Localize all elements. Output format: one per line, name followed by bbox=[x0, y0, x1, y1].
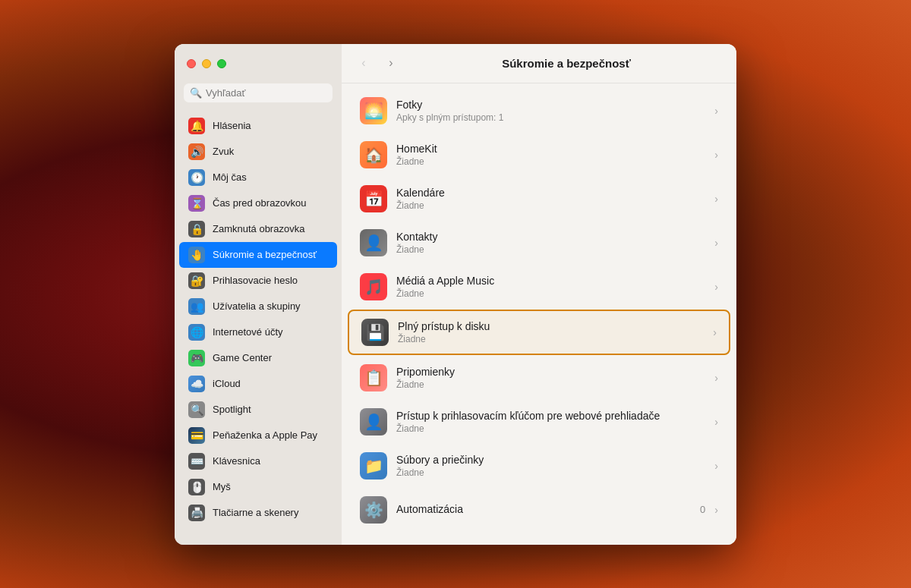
item-icon-kontakty: 👤 bbox=[360, 229, 387, 256]
item-icon-pripomienky: 📋 bbox=[360, 364, 387, 391]
item-title-pripomienky: Pripomienky bbox=[396, 366, 708, 378]
sidebar-icon-prihlasovacie-heslo: 🔐 bbox=[188, 272, 205, 289]
minimize-button[interactable] bbox=[202, 59, 211, 68]
forward-button[interactable]: › bbox=[381, 56, 401, 70]
sidebar-item-internetove-ucty[interactable]: 🌐 Internetové účty bbox=[179, 319, 337, 345]
sidebar-item-hlasenia[interactable]: 🔔 Hlásenia bbox=[179, 113, 337, 139]
sidebar-label-internetove-ucty: Internetové účty bbox=[213, 326, 283, 338]
sidebar-icon-moj-cas: 🕐 bbox=[188, 169, 205, 186]
sidebar-item-tlaciarny-skenery[interactable]: 🖨️ Tlačiarne a skenery bbox=[179, 500, 337, 526]
close-button[interactable] bbox=[187, 59, 196, 68]
item-icon-fotky: 🌅 bbox=[360, 97, 387, 124]
sidebar-label-game-center: Game Center bbox=[213, 352, 272, 363]
item-text-subory-priecinky: Súbory a priečinky Žiadne bbox=[396, 454, 708, 478]
sidebar-label-moj-cas: Môj čas bbox=[213, 171, 247, 183]
chevron-icon-automatizacia: › bbox=[714, 504, 718, 516]
sidebar-item-prihlasovacie-heslo[interactable]: 🔐 Prihlasovacie heslo bbox=[179, 268, 337, 294]
item-subtitle-homekit: Žiadne bbox=[396, 156, 708, 167]
sidebar-label-tlaciarny-skenery: Tlačiarne a skenery bbox=[213, 507, 298, 518]
sidebar-list: 🔔 Hlásenia 🔊 Zvuk 🕐 Môj čas ⌛ Čas pred o… bbox=[175, 110, 342, 545]
sidebar-item-cas-pred-obrazovkou[interactable]: ⌛ Čas pred obrazovkou bbox=[179, 190, 337, 216]
sidebar-icon-penazenka: 💳 bbox=[188, 427, 205, 444]
maximize-button[interactable] bbox=[217, 59, 226, 68]
item-subtitle-pripomienky: Žiadne bbox=[396, 379, 708, 390]
sidebar-item-mys[interactable]: 🖱️ Myš bbox=[179, 474, 337, 500]
chevron-icon-homekit: › bbox=[714, 149, 718, 161]
sidebar-label-icloud: iCloud bbox=[213, 378, 241, 389]
item-text-pripomienky: Pripomienky Žiadne bbox=[396, 366, 708, 390]
item-subtitle-media-music: Žiadne bbox=[396, 288, 708, 299]
item-text-fotky: Fotky Apky s plným prístupom: 1 bbox=[396, 99, 708, 123]
item-subtitle-kontakty: Žiadne bbox=[396, 244, 708, 255]
sidebar-label-klavesnica: Klávesnica bbox=[213, 455, 260, 467]
search-input[interactable] bbox=[206, 87, 326, 99]
sidebar-label-hlasenia: Hlásenia bbox=[213, 120, 251, 131]
item-subtitle-kalendare: Žiadne bbox=[396, 200, 708, 211]
sidebar-icon-zamknuta-obrazovka: 🔒 bbox=[188, 221, 205, 237]
sidebar-label-sukromie-bezpecnost: Súkromie a bezpečnosť bbox=[213, 249, 317, 260]
sidebar-label-zvuk: Zvuk bbox=[213, 146, 234, 157]
sidebar-icon-hlasenia: 🔔 bbox=[188, 118, 205, 134]
list-item-kalendare[interactable]: 📅 Kalendáre Žiadne › bbox=[348, 178, 730, 220]
main-titlebar: ‹ › Súkromie a bezpečnosť bbox=[342, 44, 736, 83]
item-title-pristup-hesla: Prístup k prihlasovacím kľúčom pre webov… bbox=[396, 410, 708, 422]
sidebar: 🔍 🔔 Hlásenia 🔊 Zvuk 🕐 Môj čas ⌛ Čas pred… bbox=[175, 44, 342, 545]
list-item-automatizacia[interactable]: ⚙️ Automatizácia 0 › bbox=[348, 489, 730, 531]
sidebar-icon-mys: 🖱️ bbox=[188, 479, 205, 495]
chevron-icon-plny-pristup: › bbox=[713, 326, 717, 338]
item-icon-pristup-hesla: 👤 bbox=[360, 408, 387, 435]
sidebar-item-pouzivatelia-skupiny[interactable]: 👥 Užívatelia a skupiny bbox=[179, 294, 337, 319]
sidebar-item-zamknuta-obrazovka[interactable]: 🔒 Zamknutá obrazovka bbox=[179, 216, 337, 242]
page-title: Súkromie a bezpečnosť bbox=[408, 57, 724, 70]
item-text-plny-pristup: Plný prístup k disku Žiadne bbox=[398, 320, 707, 344]
sidebar-label-penazenka: Peňaženka a Apple Pay bbox=[213, 429, 317, 441]
sidebar-label-zamknuta-obrazovka: Zamknutá obrazovka bbox=[213, 223, 304, 234]
sidebar-icon-klavesnica: ⌨️ bbox=[188, 453, 205, 470]
list-item-subory-priecinky[interactable]: 📁 Súbory a priečinky Žiadne › bbox=[348, 445, 730, 487]
item-subtitle-pristup-hesla: Žiadne bbox=[396, 423, 708, 434]
search-bar[interactable]: 🔍 bbox=[184, 83, 333, 102]
item-subtitle-subory-priecinky: Žiadne bbox=[396, 467, 708, 478]
sidebar-item-game-center[interactable]: 🎮 Game Center bbox=[179, 345, 337, 371]
sidebar-icon-zvuk: 🔊 bbox=[188, 143, 205, 160]
sidebar-item-penazenka[interactable]: 💳 Peňaženka a Apple Pay bbox=[179, 423, 337, 448]
sidebar-icon-cas-pred-obrazovkou: ⌛ bbox=[188, 195, 205, 212]
item-title-automatizacia: Automatizácia bbox=[396, 503, 700, 515]
back-button[interactable]: ‹ bbox=[354, 56, 374, 70]
item-title-kalendare: Kalendáre bbox=[396, 187, 708, 199]
list-item-media-music[interactable]: 🎵 Médiá a Apple Music Žiadne › bbox=[348, 266, 730, 308]
item-title-subory-priecinky: Súbory a priečinky bbox=[396, 454, 708, 466]
chevron-icon-pripomienky: › bbox=[714, 372, 718, 384]
item-text-media-music: Médiá a Apple Music Žiadne bbox=[396, 275, 708, 299]
sidebar-icon-game-center: 🎮 bbox=[188, 350, 205, 366]
item-icon-media-music: 🎵 bbox=[360, 273, 387, 300]
sidebar-item-sukromie-bezpecnost[interactable]: 🤚 Súkromie a bezpečnosť bbox=[179, 242, 337, 268]
item-icon-kalendare: 📅 bbox=[360, 185, 387, 212]
sidebar-item-zvuk[interactable]: 🔊 Zvuk bbox=[179, 139, 337, 165]
item-text-automatizacia: Automatizácia bbox=[396, 503, 700, 517]
sidebar-icon-sukromie-bezpecnost: 🤚 bbox=[188, 247, 205, 263]
item-text-pristup-hesla: Prístup k prihlasovacím kľúčom pre webov… bbox=[396, 410, 708, 434]
sidebar-item-moj-cas[interactable]: 🕐 Môj čas bbox=[179, 165, 337, 190]
list-item-plny-pristup[interactable]: 💾 Plný prístup k disku Žiadne › bbox=[348, 310, 730, 355]
sidebar-item-spotlight[interactable]: 🔍 Spotlight bbox=[179, 397, 337, 423]
sidebar-label-mys: Myš bbox=[213, 481, 231, 492]
item-icon-subory-priecinky: 📁 bbox=[360, 452, 387, 480]
item-title-media-music: Médiá a Apple Music bbox=[396, 275, 708, 287]
item-title-homekit: HomeKit bbox=[396, 143, 708, 155]
list-item-homekit[interactable]: 🏠 HomeKit Žiadne › bbox=[348, 134, 730, 176]
sidebar-item-klavesnica[interactable]: ⌨️ Klávesnica bbox=[179, 448, 337, 474]
item-subtitle-fotky: Apky s plným prístupom: 1 bbox=[396, 112, 708, 123]
chevron-icon-kalendare: › bbox=[714, 193, 718, 205]
list-item-pripomienky[interactable]: 📋 Pripomienky Žiadne › bbox=[348, 357, 730, 399]
content-list: 🌅 Fotky Apky s plným prístupom: 1 › 🏠 Ho… bbox=[342, 83, 736, 545]
sidebar-label-prihlasovacie-heslo: Prihlasovacie heslo bbox=[213, 275, 298, 286]
list-item-fotky[interactable]: 🌅 Fotky Apky s plným prístupom: 1 › bbox=[348, 90, 730, 132]
chevron-icon-pristup-hesla: › bbox=[714, 416, 718, 428]
sidebar-icon-internetove-ucty: 🌐 bbox=[188, 324, 205, 341]
item-icon-plny-pristup: 💾 bbox=[361, 319, 389, 346]
chevron-icon-kontakty: › bbox=[714, 237, 718, 249]
list-item-kontakty[interactable]: 👤 Kontakty Žiadne › bbox=[348, 222, 730, 264]
list-item-pristup-hesla[interactable]: 👤 Prístup k prihlasovacím kľúčom pre web… bbox=[348, 401, 730, 443]
sidebar-item-icloud[interactable]: ☁️ iCloud bbox=[179, 371, 337, 397]
